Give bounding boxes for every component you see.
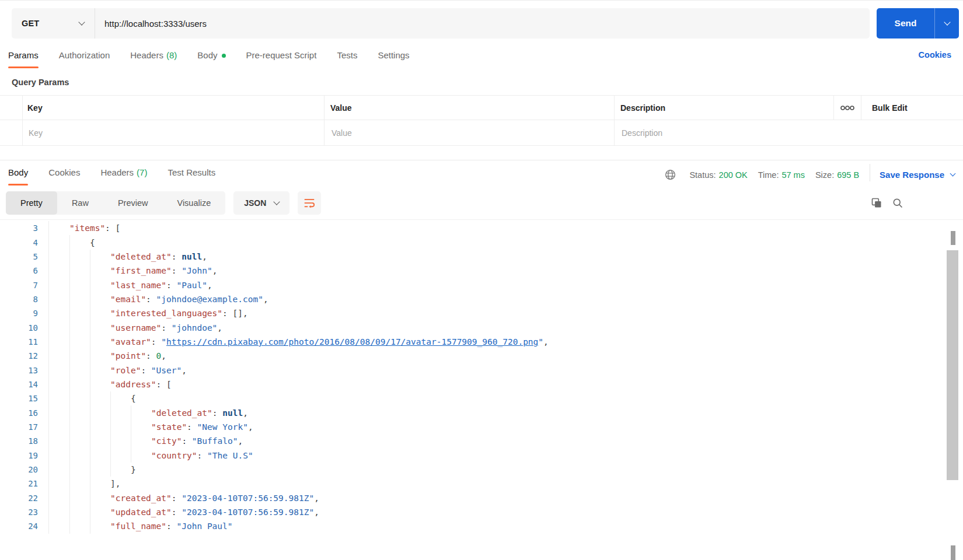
response-toolbar: PrettyRawPreviewVisualize JSON (6, 191, 957, 215)
line-number: 7 (0, 281, 48, 290)
url-box: GET (12, 8, 870, 38)
code-token: : (166, 522, 176, 531)
bulk-edit-button[interactable]: Bulk Edit (861, 96, 963, 120)
code-token: : (146, 351, 156, 360)
view-mode-switcher: PrettyRawPreviewVisualize (6, 191, 225, 215)
vertical-divider (870, 164, 870, 181)
code-token: ], (110, 479, 120, 488)
tab-params[interactable]: Params (8, 50, 39, 68)
indent-guide (69, 335, 90, 349)
code-token: "johndoe@example.com" (156, 295, 263, 304)
line-number: 19 (0, 451, 48, 460)
tab-body[interactable]: Body (8, 167, 28, 186)
page-scrollbar-thumb-bottom[interactable] (951, 545, 955, 560)
save-response-label: Save Response (880, 170, 944, 180)
code-token: : [ (105, 223, 120, 233)
value-column-header: Value (325, 96, 615, 120)
size-label: Size: (815, 170, 834, 180)
tab-tests[interactable]: Tests (337, 50, 357, 68)
code-token: : (212, 408, 222, 418)
tab-test-results[interactable]: Test Results (168, 167, 215, 186)
save-response-button[interactable]: Save Response (880, 170, 955, 180)
text-wrap-button[interactable] (298, 191, 321, 215)
tab-cookies[interactable]: Cookies (48, 167, 80, 186)
line-number: 21 (0, 479, 48, 488)
indent-guide (90, 264, 110, 278)
code-token: null (182, 252, 202, 261)
tab-body[interactable]: Body (197, 50, 225, 68)
tab-label: Settings (378, 50, 409, 60)
format-selector[interactable]: JSON (233, 191, 289, 215)
view-mode-pretty[interactable]: Pretty (6, 191, 57, 215)
method-label: GET (22, 19, 39, 28)
view-mode-preview[interactable]: Preview (103, 191, 163, 215)
param-description-input[interactable] (620, 128, 963, 138)
format-selector-label: JSON (244, 198, 266, 208)
indent-guide (69, 391, 90, 405)
indent-guide (49, 519, 69, 533)
indent-guide (69, 292, 90, 306)
indent-guide (69, 463, 90, 477)
view-mode-raw[interactable]: Raw (57, 191, 103, 215)
view-mode-visualize[interactable]: Visualize (162, 191, 225, 215)
indent-guide (49, 292, 69, 306)
code-token: : (146, 295, 156, 304)
indent-guide (90, 491, 110, 505)
cookies-link[interactable]: Cookies (919, 50, 951, 60)
tab-pre-request-script[interactable]: Pre-request Script (246, 50, 317, 68)
method-selector[interactable]: GET (12, 8, 95, 38)
indent-guide (90, 449, 110, 463)
code-token: : (141, 366, 151, 375)
query-params-table: Key Value Description Bulk Edit (0, 95, 963, 146)
code-token: } (131, 465, 136, 474)
tab-headers[interactable]: Headers(8) (130, 50, 177, 68)
tab-label: Body (8, 167, 28, 177)
tab-label: Authorization (59, 50, 110, 60)
code-token: "created_at" (110, 494, 172, 503)
more-options-icon[interactable] (834, 96, 861, 120)
indent-guide (69, 349, 90, 363)
indent-guide (90, 292, 110, 306)
indent-guide (90, 335, 110, 349)
indent-guide (49, 250, 69, 264)
code-token: "johndoe" (172, 323, 218, 332)
indent-guide (69, 278, 90, 292)
tab-authorization[interactable]: Authorization (59, 50, 110, 68)
indent-guide (90, 278, 110, 292)
indent-guide (90, 434, 110, 448)
code-token: , (263, 295, 268, 304)
param-input-row (0, 120, 963, 146)
send-button[interactable]: Send (877, 8, 934, 38)
indent-guide (49, 420, 69, 434)
copy-button[interactable] (871, 197, 882, 209)
indent-guide (69, 320, 90, 334)
code-token: , (207, 281, 212, 290)
tab-settings[interactable]: Settings (378, 50, 409, 68)
avatar-url-link[interactable]: https://cdn.pixabay.com/photo/2016/08/08… (166, 337, 538, 346)
description-column-header: Description (615, 96, 834, 120)
line-number: 6 (0, 266, 48, 275)
code-scrollbar-thumb[interactable] (947, 250, 958, 480)
code-token: "deleted_at" (110, 252, 172, 261)
param-key-input[interactable] (27, 128, 324, 138)
line-number: 17 (0, 422, 48, 432)
send-options-button[interactable] (934, 8, 959, 38)
indent-guide (49, 463, 69, 477)
code-token: , (248, 422, 253, 432)
indent-guide (90, 505, 110, 519)
code-token: " (538, 337, 543, 346)
indent-guide (69, 477, 90, 491)
page-scrollbar-thumb-top[interactable] (951, 231, 955, 245)
code-token: : (172, 494, 182, 503)
indent-guide (49, 405, 69, 419)
chevron-down-icon (274, 198, 280, 205)
code-line: 20} (0, 463, 963, 477)
url-input[interactable] (95, 8, 870, 38)
indent-guide (49, 278, 69, 292)
search-button[interactable] (892, 197, 903, 209)
response-tabs: BodyCookiesHeaders(7)Test Results (8, 167, 236, 186)
code-token: "avatar" (110, 337, 151, 346)
globe-icon (664, 169, 676, 181)
param-value-input[interactable] (330, 128, 614, 138)
tab-headers[interactable]: Headers(7) (100, 167, 147, 186)
